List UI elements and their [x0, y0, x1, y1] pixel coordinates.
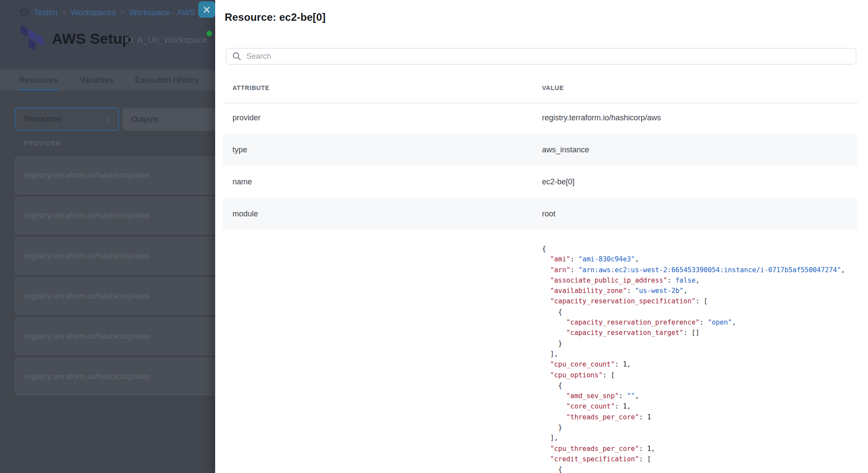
breadcrumb-separator: >	[62, 8, 67, 17]
breadcrumb-link[interactable]: Workspaces	[71, 8, 116, 17]
resource-json: { "ami": "ami-830c94e3", "arn": "arn:aws…	[542, 244, 845, 473]
attribute-cell: provider	[223, 113, 542, 122]
subtab-outputs-label: Outputs	[131, 115, 158, 124]
column-header-attribute: ATTRIBUTE	[232, 84, 270, 91]
terraform-logo-icon	[20, 25, 44, 51]
close-icon	[203, 6, 210, 13]
attribute-table-body: providerregistry.terraform.io/hashicorp/…	[223, 102, 858, 230]
resource-detail-panel: Resource: ec2-be[0] ATTRIBUTE VALUE prov…	[215, 0, 868, 473]
attribute-cell: name	[223, 177, 542, 187]
value-cell: root	[542, 209, 858, 219]
provider-column-header: PROVIDER	[24, 140, 61, 147]
attribute-row: providerregistry.terraform.io/hashicorp/…	[223, 102, 858, 134]
subtab-resources[interactable]: Resources 6	[15, 107, 119, 131]
search-input[interactable]	[246, 48, 856, 64]
column-header-value: VALUE	[542, 84, 564, 91]
search-box	[226, 48, 856, 64]
workspace-id-label: ID: A_Uri_Workspace	[124, 35, 207, 45]
green-status-dot	[207, 31, 212, 36]
attribute-row: moduleroot	[223, 198, 858, 230]
attribute-row: nameec2-be[0]	[223, 166, 858, 198]
breadcrumb-separator: >	[120, 8, 125, 17]
attribute-cell: module	[223, 209, 542, 219]
value-cell: registry.terraform.io/hashicorp/aws	[542, 113, 858, 122]
close-panel-button[interactable]	[198, 1, 215, 18]
tab-variables[interactable]: Variables	[80, 70, 113, 90]
tab-resources[interactable]: Resources	[19, 70, 58, 90]
subtab-resources-count: 6	[105, 115, 110, 124]
value-cell: aws_instance	[542, 145, 858, 154]
value-cell: ec2-be[0]	[542, 177, 858, 187]
attribute-row: typeaws_instance	[223, 134, 858, 166]
search-icon	[232, 52, 241, 61]
attribute-cell: type	[223, 145, 542, 154]
panel-title: Resource: ec2-be[0]	[225, 11, 326, 23]
breadcrumb-link[interactable]: Testim	[34, 8, 58, 17]
subtab-resources-label: Resources	[24, 115, 61, 124]
package-icon	[19, 7, 29, 17]
page-title: AWS Setup	[52, 30, 131, 47]
tab-execution-history[interactable]: Execution History	[135, 70, 199, 90]
